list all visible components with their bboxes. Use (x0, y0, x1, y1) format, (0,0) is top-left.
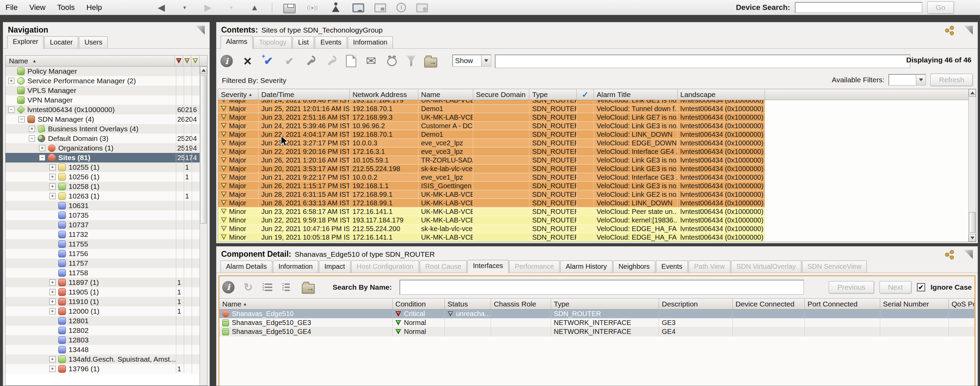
tree-item-10263-1[interactable]: + 10263 (1) 1 (5, 191, 200, 201)
tree-item-11755[interactable]: 11755 (5, 239, 200, 249)
export-icon[interactable] (302, 284, 315, 294)
tree-item-13796-1[interactable]: + 13796 (1) 1 (5, 364, 200, 374)
filter-icon[interactable] (407, 56, 415, 67)
tree-item-11905-1[interactable]: + 11905 (1) 1 (5, 287, 200, 297)
scroll-up-icon[interactable] (200, 67, 207, 74)
tab-list[interactable]: List (293, 37, 314, 48)
severity-column-minor[interactable] (191, 56, 200, 66)
secure-console-icon[interactable] (374, 3, 386, 12)
tree-item-10737[interactable]: 10737 (5, 220, 200, 230)
troubleshoot-add-icon[interactable] (304, 55, 317, 67)
alarm-row[interactable]: Minor Jun 22, 2021 10:47:16 PM IST 212.5… (218, 224, 968, 233)
alarm-filter-input[interactable] (495, 54, 910, 68)
alarm-row[interactable]: Major Jun 22, 2021 9:20:16 PM IST 172.16… (218, 148, 968, 156)
tab-alarm-history[interactable]: Alarm History (560, 261, 612, 273)
column-header-date-time[interactable]: Date/Time (259, 89, 350, 100)
menu-view[interactable]: View (29, 3, 45, 12)
alarm-row[interactable]: Major Jun 28, 2021 6:33:13 AM IST 172.16… (218, 199, 968, 207)
column-header-landscape[interactable]: Landscape (678, 89, 765, 100)
tree-item-134afd-gesch-spuistraat-amst[interactable]: + 134afd.Gesch. Spuistraat, Amst... (5, 354, 200, 364)
refresh-icon[interactable] (242, 281, 255, 294)
tree-item-default-domain-3[interactable]: − Default Domain (3) 25 20 4 (5, 134, 200, 143)
tree-item-policy-manager[interactable]: Policy Manager (5, 67, 200, 76)
alarm-row[interactable]: Major Jun 22, 2021 4:04:17 AM IST 192.16… (218, 130, 968, 139)
user-status-icon[interactable] (396, 3, 406, 12)
refresh-button[interactable]: Refresh (930, 74, 973, 86)
events-console-icon[interactable] (416, 3, 428, 12)
expander-icon[interactable]: + (49, 289, 56, 295)
tab-locater[interactable]: Locater (44, 37, 78, 48)
tree-item-10735[interactable]: 10735 (5, 210, 200, 220)
tree-item-11758[interactable]: 11758 (5, 268, 200, 278)
column-header-name[interactable]: Name (418, 89, 473, 100)
tab-host-configuration[interactable]: Host Configuration (351, 261, 419, 273)
alarm-row[interactable]: Minor Jun 23, 2021 6:58:17 AM IST 172.16… (218, 207, 968, 216)
column-header-type[interactable]: Type (551, 299, 659, 309)
show-dropdown[interactable]: Show (452, 54, 492, 67)
tree-item-10258-1[interactable]: + 10258 (1) (5, 182, 200, 191)
tree-item-organizations-1[interactable]: + Organizations (1) 25 19 4 (5, 143, 200, 153)
previous-button[interactable]: Previous (829, 281, 874, 294)
expander-icon[interactable]: + (49, 356, 56, 362)
expander-icon[interactable]: + (8, 78, 14, 84)
tree-item-11897-1[interactable]: + 11897 (1) 1 (5, 278, 200, 287)
menu-file[interactable]: File (5, 3, 18, 12)
device-search-input[interactable] (795, 2, 923, 13)
tree-item-12803[interactable]: 12803 (5, 335, 200, 345)
tab-interfaces[interactable]: Interfaces (468, 260, 509, 273)
severity-column-critical[interactable] (175, 56, 183, 66)
expander-icon[interactable]: − (8, 106, 14, 113)
ignore-case-checkbox[interactable] (917, 283, 925, 291)
email-icon[interactable] (365, 55, 377, 67)
tree-item-12801[interactable]: 12801 (5, 316, 200, 326)
clear-icon[interactable] (242, 55, 254, 67)
next-button[interactable]: Next (880, 281, 912, 294)
audio-icon[interactable] (306, 1, 319, 14)
alarm-row[interactable]: Major Jun 26, 2021 1:20:16 AM IST 10.105… (218, 156, 968, 165)
tab-sdn-serviceview[interactable]: SDN ServiceView (802, 261, 867, 273)
share-icon[interactable] (944, 249, 955, 260)
expander-icon[interactable]: − (29, 135, 35, 141)
tab-sdn-virtualoverlay[interactable]: SDN VirtualOverlay (731, 261, 801, 273)
troubleshoot-icon[interactable] (325, 55, 337, 67)
expander-icon[interactable]: + (49, 174, 56, 180)
tree-item-sdn-manager-4[interactable]: − SDN Manager (4) 26 20 4 (5, 114, 200, 124)
scroll-up-icon[interactable] (969, 89, 976, 97)
forward-icon[interactable] (201, 1, 214, 14)
severity-column-major[interactable] (183, 56, 191, 66)
expander-icon[interactable]: + (49, 183, 56, 189)
column-header-condition[interactable]: Condition (393, 299, 445, 309)
interface-row-shanavas-edge510-ge3[interactable]: Shanavas_Edge510_GE3 Normal NETWORK_INTE… (220, 318, 975, 327)
info-icon[interactable] (221, 55, 233, 67)
tree-item-sites-81[interactable]: − Sites (81) 25 17 4 (5, 153, 200, 162)
share-icon[interactable] (944, 25, 955, 36)
tree-item-10256-1[interactable]: + 10256 (1) 1 (5, 172, 200, 182)
tab-topology[interactable]: Topology (253, 37, 292, 48)
tab-events[interactable]: Events (656, 261, 688, 273)
forward-history-icon[interactable] (224, 1, 238, 14)
expander-icon[interactable]: + (49, 280, 56, 286)
tab-explorer[interactable]: Explorer (7, 36, 43, 49)
tree-item-11756[interactable]: 11756 (5, 249, 200, 259)
column-header-serial-number[interactable]: Serial Number (880, 299, 949, 309)
topology-icon[interactable] (329, 1, 342, 14)
tab-information[interactable]: Information (348, 37, 393, 48)
column-header-network-address[interactable]: Network Address (350, 89, 418, 100)
acknowledge-icon[interactable] (262, 55, 275, 67)
alarm-row[interactable]: Major Jun 24, 2021 6:09:46 PM IST 193.11… (218, 100, 968, 105)
menu-tools[interactable]: Tools (57, 3, 75, 12)
column-header-device-connected[interactable]: Device Connected (733, 299, 805, 309)
scrollbar-thumb[interactable] (200, 75, 207, 224)
interface-row-shanavas-edge510-ge4[interactable]: Shanavas_Edge510_GE4 Normal NETWORK_INTE… (220, 327, 975, 336)
expander-icon[interactable]: + (49, 193, 56, 199)
expander-icon[interactable]: + (49, 164, 56, 170)
print-icon[interactable] (283, 4, 296, 13)
tree-item-vpls-manager[interactable]: VPLS Manager (5, 86, 200, 95)
report-icon[interactable] (346, 55, 356, 67)
tree-item-11732[interactable]: 11732 (5, 230, 200, 239)
unacknowledge-icon[interactable] (283, 55, 296, 67)
tab-information[interactable]: Information (273, 261, 318, 273)
tree-item-11910-1[interactable]: + 11910 (1) 1 (5, 297, 200, 307)
expand-all-icon[interactable] (262, 281, 274, 294)
search-by-name-input[interactable] (399, 280, 804, 295)
